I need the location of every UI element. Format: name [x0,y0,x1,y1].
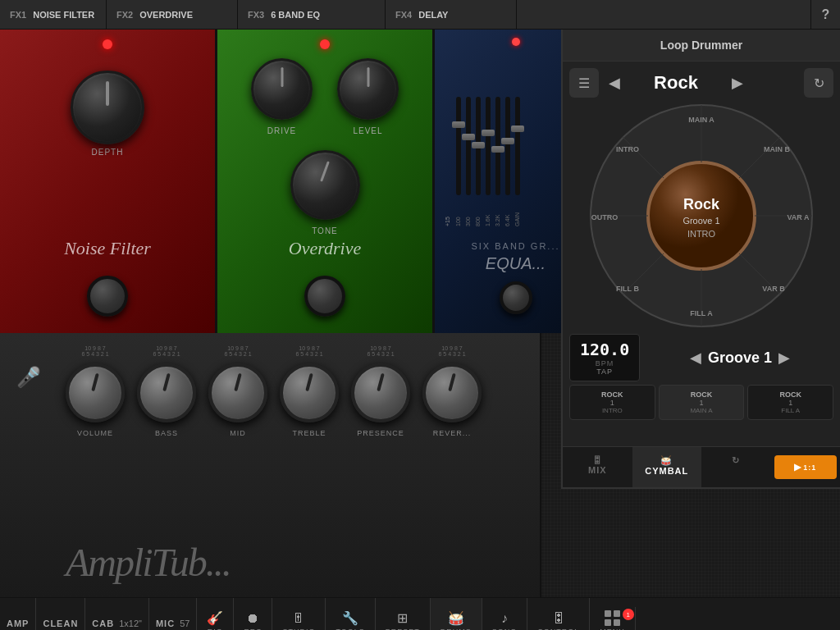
svg-text:OUTRO: OUTRO [591,213,619,221]
overdrive-footswitch[interactable] [304,276,345,317]
fx1-name: NOISE FILTER [33,10,94,20]
menu-button-wrap: MENU 1 [590,607,636,630]
svg-text:VAR B: VAR B [762,285,785,293]
level-label: LEVEL [353,126,382,135]
amp-title: AmpliTub... [66,540,231,585]
ld-genre-row: ◀ Rock ▶ [609,72,743,94]
fx3-slot[interactable]: FX3 6 BAND EQ [238,0,386,29]
ld-tab-cymbal[interactable]: 🥁 CYMBAL [632,447,702,487]
bass-knob[interactable] [137,363,196,422]
svg-text:MAIN B: MAIN B [764,145,790,153]
eq-slider-100hz[interactable] [456,97,461,195]
ld-tab-mix[interactable]: 🎛 MIX [563,447,632,487]
studio-button[interactable]: 🎚 STUDIO [272,598,326,630]
mid-knob[interactable] [208,363,267,422]
fx4-slot[interactable]: FX4 DELAY [386,0,517,29]
mix-icon: 🎛 [566,455,629,465]
ld-tab-loop[interactable]: ↻ [701,447,771,487]
volume-knob[interactable] [66,363,125,422]
eq-slider-gain[interactable] [515,97,520,195]
reverb-knob[interactable] [422,363,482,422]
eq-db-plus: +15 [445,206,450,226]
fx3-name: 6 BAND EQ [271,10,320,20]
drums-icon: 🥁 [448,610,464,626]
ld-tabs: 🎛 MIX 🥁 CYMBAL ↻ ▶ 1:1 [563,446,840,487]
eq-slider-800hz[interactable] [476,97,481,195]
bass-label: BASS [155,429,178,437]
eq-slider-300hz[interactable] [466,97,471,195]
ld-tab-play[interactable]: ▶ 1:1 [771,447,841,487]
help-button[interactable]: ? [810,0,840,29]
clean-section[interactable]: CLEAN [36,598,85,630]
rec-label: REC [244,628,262,631]
drum-wheel: MAIN A MAIN B VAR A VAR B FILL A FILL B … [587,101,816,331]
svg-text:VAR A: VAR A [788,213,810,221]
fx1-slot[interactable]: FX1 NOISE FILTER [0,0,107,29]
fx1-label: FX1 [10,10,26,20]
level-knob[interactable] [337,58,399,120]
noise-filter-footswitch[interactable] [87,276,128,317]
depth-label: DEPTH [92,148,124,157]
bottom-bar: AMP CLEAN CAB 1x12" MIC 57 🎸 RIG ⏺ REC 🎚… [0,597,840,630]
cab-section[interactable]: CAB 1x12" [85,598,149,630]
tap-button[interactable]: TAP [596,368,613,376]
pattern-cell-1[interactable]: ROCK 1 MAIN A [659,385,745,420]
drum-wheel-svg: MAIN A MAIN B VAR A VAR B FILL A FILL B … [587,101,816,331]
control-button[interactable]: 🎛 CONTROL [527,598,590,630]
presence-knob-container: 10 9 8 76 5 4 3 2 1 PRESENCE [351,345,410,437]
treble-label: TREBLE [292,429,326,437]
eq-slider-6k4[interactable] [505,97,510,195]
control-icon: 🎛 [552,611,565,626]
mic-label: MIC [156,619,175,628]
treble-knob[interactable] [280,363,339,422]
fx2-label: FX2 [116,10,133,20]
tools-icon: 🔧 [342,610,358,626]
song-button[interactable]: ♪ SONG [482,598,528,630]
svg-text:Groove 1: Groove 1 [682,216,719,226]
play-button[interactable]: ▶ 1:1 [774,455,838,479]
svg-text:Rock: Rock [683,196,720,212]
mid-label: MID [230,429,246,437]
mic-section[interactable]: MIC 57 [149,598,197,630]
svg-text:INTRO: INTRO [687,229,716,239]
eq-slider-1k6[interactable] [486,97,491,195]
svg-text:MAIN A: MAIN A [688,116,714,124]
song-icon: ♪ [501,611,508,626]
genre-next-arrow[interactable]: ▶ [732,74,743,92]
tools-button[interactable]: 🔧 TOOLS [326,598,375,630]
overdrive-title: Overdrive [289,238,361,259]
rig-button[interactable]: 🎸 RIG [197,598,234,630]
preset-button[interactable]: ⊞ PRESET [376,598,431,630]
clean-label: CLEAN [43,619,78,628]
rig-icon: 🎸 [207,610,223,626]
svg-text:FILL B: FILL B [616,285,639,293]
drive-knob[interactable] [251,58,313,120]
eq-footswitch[interactable] [500,281,532,314]
reverb-knob-container: 10 9 8 76 5 4 3 2 1 REVER... [422,345,482,437]
groove-prev-arrow[interactable]: ◀ [690,349,701,367]
groove-next-arrow[interactable]: ▶ [778,349,790,367]
pattern-cell-2[interactable]: ROCK 1 FILL A [747,385,833,420]
top-toolbar: FX1 NOISE FILTER FX2 OVERDRIVE FX3 6 BAN… [0,0,840,30]
ld-refresh-button[interactable]: ↻ [804,68,833,98]
eq-slider-3k2[interactable] [495,97,500,195]
rec-button[interactable]: ⏺ REC [234,598,272,630]
ld-menu-button[interactable]: ☰ [569,68,599,98]
genre-prev-arrow[interactable]: ◀ [609,74,620,92]
ld-content: ☰ ◀ Rock ▶ ↻ [563,62,840,446]
noise-filter-panel: DEPTH Noise Filter [0,30,217,333]
volume-label: VOLUME [77,429,113,437]
cab-value: 1x12" [119,619,142,628]
fx4-name: DELAY [418,10,448,20]
amp-section[interactable]: AMP [0,598,36,630]
overdrive-led [320,39,330,49]
reverb-label: REVER... [433,429,472,437]
tone-knob[interactable] [290,150,360,220]
mic-value: 57 [180,619,189,628]
depth-knob[interactable] [71,71,144,144]
presence-knob[interactable] [351,363,410,422]
fx2-slot[interactable]: FX2 OVERDRIVE [107,0,238,29]
drums-button[interactable]: 🥁 DRUMS [431,598,482,630]
preset-icon: ⊞ [397,610,408,626]
pattern-cell-0[interactable]: ROCK 1 INTRO [569,385,655,420]
